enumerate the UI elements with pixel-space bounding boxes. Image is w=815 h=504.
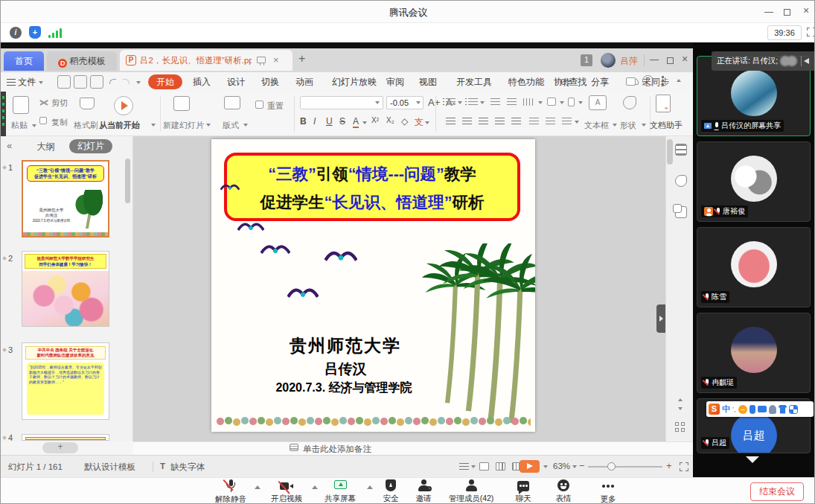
share-button[interactable]: 分享	[591, 76, 609, 89]
more-button[interactable]: 更多	[593, 479, 623, 504]
smart-format-icon[interactable]	[562, 118, 572, 125]
justify-icon[interactable]	[495, 118, 505, 125]
slideshow-play-button[interactable]	[520, 460, 540, 473]
meeting-security-icon[interactable]: +	[29, 26, 41, 39]
canvas-scrollbar[interactable]	[667, 139, 673, 165]
paste-icon[interactable]	[13, 96, 29, 114]
task-window-icon[interactable]	[626, 77, 636, 86]
format-painter-label[interactable]: 格式刷	[74, 120, 98, 131]
slide-thumbnail-2[interactable]: 祝贵州师范大学数学学院研究生同学们身体健康！学习愉快！	[22, 251, 109, 327]
strikethrough-icon[interactable]: S	[339, 116, 345, 127]
account-avatar[interactable]	[601, 53, 616, 68]
zoom-percent[interactable]: 63%	[553, 462, 570, 470]
numbered-list-icon[interactable]	[468, 98, 478, 106]
paste-label[interactable]: 粘贴	[11, 120, 28, 131]
invite-button[interactable]: + 邀请	[409, 479, 438, 504]
add-slide-button[interactable]: +	[42, 442, 78, 453]
print-icon[interactable]	[74, 75, 87, 89]
save-icon[interactable]	[57, 75, 71, 89]
ime-emoji-icon[interactable]	[738, 405, 747, 414]
wps-close-button[interactable]: ×	[682, 53, 688, 65]
slide-thumbnail-1[interactable]: “三教”引领“情境---问题”教学促进学生“长见识、悟道理”研析 贵州师范大学吕…	[22, 160, 109, 237]
object-properties-icon[interactable]	[675, 144, 687, 156]
textbox-icon[interactable]: A	[589, 95, 607, 110]
textbox-label[interactable]: 文本框	[584, 120, 609, 131]
play-from-current-icon[interactable]	[114, 96, 133, 115]
cut-icon[interactable]	[39, 99, 48, 106]
meeting-info-icon[interactable]: i	[10, 27, 22, 39]
doc-assistant-label[interactable]: 文档助手	[650, 120, 683, 131]
ribbon-tab-insert[interactable]: 插入	[193, 76, 211, 89]
tab-close-icon[interactable]: ×	[273, 54, 279, 66]
play-from-current-label[interactable]: 从当前开始	[99, 120, 140, 131]
start-video-button[interactable]: 开启视频	[267, 479, 306, 504]
ime-mic-icon[interactable]	[750, 405, 755, 414]
new-slide-label[interactable]: 新建幻灯片	[163, 120, 204, 131]
fit-slide-icon[interactable]	[680, 462, 688, 471]
ribbon-tab-view[interactable]: 视图	[419, 76, 437, 89]
notes-bar[interactable]: 单击此处添加备注	[133, 441, 693, 455]
fullscreen-icon[interactable]	[807, 28, 815, 36]
notification-badge[interactable]: 1	[581, 54, 592, 66]
reset-icon[interactable]	[255, 101, 263, 109]
share-screen-button[interactable]: 共享屏幕	[321, 479, 359, 504]
decrease-indent-icon[interactable]	[490, 98, 500, 106]
collab-button[interactable]: 协作	[554, 76, 572, 89]
ribbon-tab-features[interactable]: 特色功能	[508, 76, 544, 89]
wps-minimize-button[interactable]: —	[650, 54, 659, 65]
layout-label[interactable]: 版式	[223, 120, 239, 131]
ime-toolbar[interactable]: S 中 ’,	[706, 401, 814, 417]
wps-restore-button[interactable]	[667, 56, 674, 66]
copy-icon[interactable]	[39, 117, 47, 124]
italic-icon[interactable]: I	[313, 116, 316, 127]
tab-home[interactable]: 首页	[4, 51, 44, 71]
tab-docker[interactable]: D 稻壳模板	[47, 51, 117, 71]
font-name-combobox[interactable]	[300, 96, 383, 109]
doc-assistant-icon[interactable]: ⌁	[656, 95, 671, 112]
ime-grid-icon[interactable]	[790, 406, 797, 413]
bullet-list-icon[interactable]	[446, 98, 456, 106]
tab-document[interactable]: P 吕2，长见识、悟道理”研析.ppt ×	[120, 50, 293, 71]
security-button[interactable]: 安全	[377, 479, 404, 504]
ime-shirt-icon[interactable]	[779, 405, 787, 414]
participant-tile[interactable]: 唐裕俊	[697, 141, 811, 222]
shape-label[interactable]: 形状	[620, 120, 636, 131]
slide-thumbnail-3[interactable]: 中共中央 国务院 关于全面深化新时代教师队伍建设改革的意见 “到2035年，教师…	[22, 342, 109, 420]
distribute-text-icon[interactable]	[511, 118, 521, 125]
end-meeting-button[interactable]: 结束会议	[750, 482, 804, 501]
video-options-caret[interactable]	[312, 485, 318, 489]
clear-format-icon[interactable]: ◇	[401, 116, 408, 127]
zoom-out-button[interactable]: −	[579, 460, 585, 471]
underline-icon[interactable]: U	[326, 116, 333, 127]
new-tab-button[interactable]: +	[298, 52, 305, 66]
superscript-icon[interactable]: X²	[371, 116, 379, 124]
phonetic-guide-icon[interactable]: 支	[415, 116, 424, 129]
undo-icon[interactable]	[106, 75, 120, 89]
format-painter-icon[interactable]	[80, 98, 95, 109]
grid-view-icon[interactable]	[675, 422, 685, 433]
help-icon[interactable]: ?	[642, 75, 653, 86]
ribbon-tab-slideshow[interactable]: 幻灯片放映	[332, 76, 377, 89]
emoji-button[interactable]: 表情	[549, 479, 578, 504]
ime-skin-person-icon[interactable]	[769, 405, 776, 414]
print-preview-icon[interactable]	[90, 75, 103, 89]
layout-icon[interactable]	[224, 96, 240, 109]
maximize-button[interactable]	[784, 7, 790, 18]
bold-icon[interactable]: B	[300, 116, 307, 127]
text-direction-icon[interactable]	[523, 98, 534, 106]
ribbon-tab-devtools[interactable]: 开发工具	[456, 76, 492, 89]
clipboard-panel-strip[interactable]	[1, 92, 6, 136]
ribbon-tab-transition[interactable]: 切换	[261, 76, 279, 89]
increase-indent-icon[interactable]	[507, 98, 517, 106]
ime-keyboard-icon[interactable]	[758, 406, 767, 412]
outline-view-icon[interactable]	[459, 463, 469, 470]
zoom-slider-knob[interactable]	[607, 462, 616, 470]
ribbon-tab-review[interactable]: 审阅	[386, 76, 404, 89]
file-menu[interactable]: 文件	[7, 76, 43, 89]
tab-slides[interactable]: 幻灯片	[69, 139, 112, 153]
align-left-icon[interactable]	[446, 118, 456, 125]
redo-icon[interactable]	[121, 75, 135, 89]
shape-icon[interactable]	[623, 96, 636, 109]
font-color-icon[interactable]: A	[353, 116, 359, 128]
ribbon-tab-start[interactable]: 开始	[148, 74, 182, 89]
